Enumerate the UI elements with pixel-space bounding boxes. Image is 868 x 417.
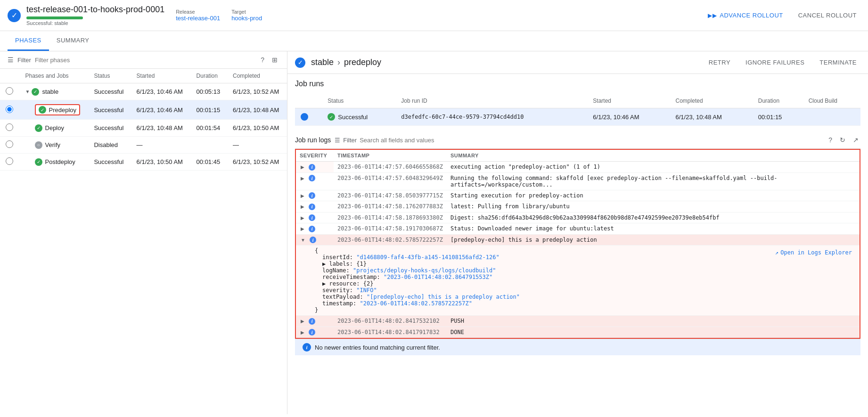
- col-timestamp: TIMESTAMP: [334, 150, 447, 162]
- col-phases-jobs: Phases and Jobs: [20, 69, 89, 83]
- log-severity-icon: i: [309, 175, 315, 181]
- retry-button[interactable]: RETRY: [705, 57, 734, 68]
- log-expand-btn[interactable]: ▶: [300, 164, 305, 170]
- job-runs-table: Status Job run ID Started Completed Dura…: [295, 94, 860, 126]
- col-job-duration: Duration: [753, 94, 803, 108]
- table-row[interactable]: ✓ Predeploy Successful 6/1/23, 10:46 AM …: [0, 100, 287, 120]
- release-meta: Release test-release-001: [176, 9, 220, 22]
- phase-name-cell: ✓ Deploy: [25, 124, 83, 132]
- progress-bar: [26, 16, 83, 19]
- filter-phases-input[interactable]: [35, 57, 255, 64]
- table-row[interactable]: ○ Verify Disabled — —: [0, 137, 287, 154]
- phase-name-cell: ▼ ✓ stable: [25, 88, 83, 96]
- advance-rollout-button[interactable]: ▶▶ ADVANCE ROLLOUT: [704, 9, 786, 22]
- col-select: [0, 69, 20, 83]
- status-dot-disabled: ○: [35, 141, 42, 149]
- tabs-bar: PHASES SUMMARY: [0, 31, 868, 51]
- log-severity-icon: i: [309, 318, 315, 325]
- breadcrumb-phase: stable: [311, 57, 334, 67]
- log-expand-btn[interactable]: ▶: [300, 193, 305, 198]
- tab-summary[interactable]: SUMMARY: [49, 31, 97, 51]
- log-severity-icon: i: [309, 192, 315, 199]
- col-job-completed: Completed: [670, 94, 753, 108]
- breadcrumb-separator: ›: [337, 57, 340, 67]
- logs-filter: ☰ Filter: [335, 137, 454, 144]
- logs-external-icon[interactable]: ↗: [851, 135, 860, 145]
- filter-label-logs: Filter: [343, 137, 357, 144]
- row-radio[interactable]: [6, 157, 13, 165]
- log-expand-btn[interactable]: ▶: [300, 204, 305, 209]
- log-row[interactable]: ▶ i 2023-06-01T14:47:58.1917030687Z Stat…: [296, 223, 860, 235]
- info-circle-icon: i: [303, 343, 311, 352]
- phases-table: Phases and Jobs Status Started Duration …: [0, 69, 287, 171]
- tab-phases[interactable]: PHASES: [8, 31, 49, 51]
- col-job-status: Status: [322, 94, 395, 108]
- job-runs-body: ✓ Successful d3efedfc-60c7-44ce-9579-377…: [295, 108, 860, 126]
- columns-icon[interactable]: ⊞: [270, 55, 279, 65]
- release-label: Release: [176, 9, 220, 15]
- log-expand-btn[interactable]: ▶: [300, 215, 305, 221]
- log-table: SEVERITY TIMESTAMP SUMMARY ▶ i 2023-06-0…: [296, 150, 860, 338]
- terminate-button[interactable]: TERMINATE: [816, 57, 860, 68]
- header: ✓ test-release-001-to-hooks-prod-0001 Su…: [0, 0, 868, 31]
- table-row[interactable]: ✓ Deploy Successful 6/1/23, 10:48 AM 00:…: [0, 120, 287, 137]
- status-badge: ○ Verify: [35, 141, 61, 149]
- table-row[interactable]: ✓ Postdeploy Successful 6/1/23, 10:50 AM…: [0, 154, 287, 171]
- log-severity-icon: i: [309, 329, 315, 335]
- left-panel: ☰ Filter ? ⊞ Phases and Jobs Status Star…: [0, 51, 287, 414]
- phases-table-header: Phases and Jobs Status Started Duration …: [0, 69, 287, 83]
- logs-refresh-icon[interactable]: ↻: [838, 135, 847, 145]
- col-started: Started: [131, 69, 191, 83]
- release-status: Successful: stable: [26, 20, 164, 26]
- log-row[interactable]: ▶ i 2023-06-01T14:47:57.6048329649Z Runn…: [296, 172, 860, 190]
- logs-help-icon[interactable]: ?: [827, 135, 834, 145]
- log-expand-btn[interactable]: ▼: [300, 237, 306, 243]
- log-row[interactable]: ▶ i 2023-06-01T14:48:02.8417917832 DONE: [296, 327, 860, 338]
- col-select: [295, 94, 322, 108]
- target-meta: Target hooks-prod: [231, 9, 262, 22]
- no-entries-bar: i No newer entries found matching curren…: [295, 339, 860, 355]
- release-link[interactable]: test-release-001: [176, 15, 220, 22]
- open-logs-explorer-link[interactable]: ↗ Open in Logs Explorer: [775, 249, 852, 256]
- external-link-icon: ↗: [775, 249, 778, 256]
- log-expand-btn[interactable]: ▶: [300, 319, 305, 324]
- log-table-body: ▶ i 2023-06-01T14:47:57.6046655868Z exec…: [296, 162, 860, 338]
- col-completed: Completed: [227, 69, 287, 83]
- right-panel: ✓ stable › predeploy RETRY IGNORE FAILUR…: [287, 51, 868, 414]
- toolbar-icons: ? ⊞: [259, 55, 279, 65]
- phase-name-cell: ✓ Predeploy: [25, 104, 83, 115]
- target-link[interactable]: hooks-prod: [231, 15, 262, 22]
- help-icon[interactable]: ?: [259, 55, 266, 65]
- row-radio[interactable]: [6, 123, 13, 131]
- phase-name-cell: ○ Verify: [25, 141, 83, 149]
- job-run-radio[interactable]: [301, 113, 308, 121]
- status-dot-success: ✓: [32, 88, 39, 96]
- job-run-row[interactable]: ✓ Successful d3efedfc-60c7-44ce-9579-377…: [295, 108, 860, 126]
- log-expand-btn[interactable]: ▶: [300, 330, 305, 335]
- log-expand-btn[interactable]: ▶: [300, 176, 305, 181]
- log-row[interactable]: ▶ i 2023-06-01T14:47:57.6046655868Z exec…: [296, 162, 860, 173]
- json-content: { insertId: "d1468809-faf4-43fb-a145-141…: [315, 247, 856, 313]
- table-row[interactable]: ▼ ✓ stable Successful 6/1/23, 10:46 AM 0…: [0, 83, 287, 100]
- log-expand-btn[interactable]: ▶: [300, 226, 305, 231]
- header-meta: Release test-release-001 Target hooks-pr…: [176, 9, 262, 22]
- row-radio[interactable]: [6, 140, 13, 148]
- ignore-failures-button[interactable]: IGNORE FAILURES: [742, 57, 808, 68]
- log-row[interactable]: ▶ i 2023-06-01T14:47:58.0503977715Z Star…: [296, 190, 860, 201]
- logs-search-input[interactable]: [360, 137, 454, 144]
- row-radio[interactable]: [6, 87, 13, 95]
- expand-button[interactable]: ▼: [25, 89, 30, 94]
- cancel-rollout-button[interactable]: CANCEL ROLLOUT: [794, 9, 860, 22]
- logs-title: Job run logs: [295, 136, 331, 144]
- log-severity-icon: i: [310, 237, 316, 243]
- log-row[interactable]: ▶ i 2023-06-01T14:47:58.1878693380Z Dige…: [296, 212, 860, 223]
- job-runs-title: Job runs: [295, 80, 860, 88]
- log-row[interactable]: ▶ i 2023-06-01T14:47:58.1762077883Z late…: [296, 201, 860, 213]
- row-radio[interactable]: [6, 106, 13, 113]
- log-severity-icon: i: [309, 226, 315, 232]
- log-row[interactable]: ▶ i 2023-06-01T14:48:02.8417532102 PUSH: [296, 316, 860, 327]
- col-severity: SEVERITY: [296, 150, 334, 162]
- log-table-header: SEVERITY TIMESTAMP SUMMARY: [296, 150, 860, 162]
- logs-icons: ? ↻ ↗: [827, 135, 860, 145]
- log-row-expanded[interactable]: ▼ i 2023-06-01T14:48:02.5785722257Z [pre…: [296, 234, 860, 245]
